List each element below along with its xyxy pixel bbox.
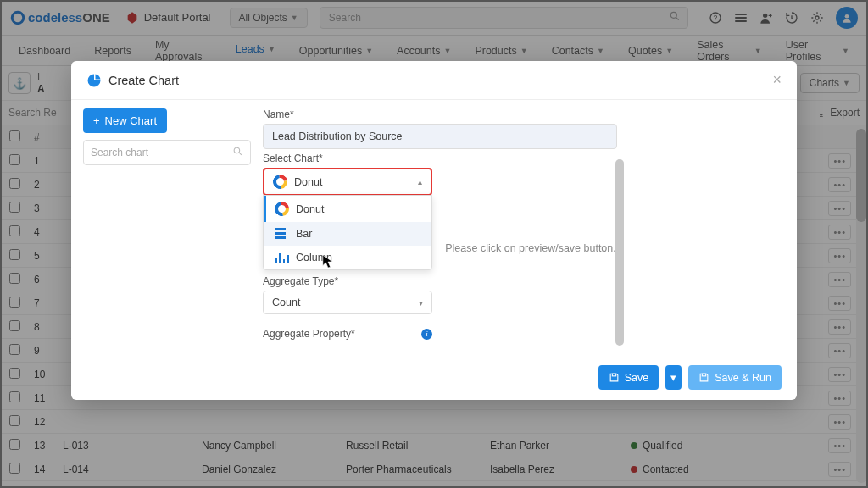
chart-preview-area: Please click on preview/save button. [444, 152, 617, 343]
save-dropdown[interactable]: ▾ [665, 365, 682, 390]
bar-icon [275, 228, 289, 240]
modal-title: Create Chart [86, 73, 179, 88]
chart-type-select[interactable]: Donut ▴ [263, 168, 432, 196]
svg-rect-8 [612, 374, 615, 376]
chart-option-column[interactable]: Column [264, 246, 431, 269]
aggregate-type-label: Aggregate Type* [263, 275, 432, 287]
create-chart-modal: Create Chart × + New Chart Search chart … [71, 61, 797, 400]
chart-type-dropdown: Donut Bar Column [263, 195, 432, 270]
save-button[interactable]: Save [598, 365, 659, 390]
save-icon [609, 372, 620, 383]
chart-option-donut[interactable]: Donut [264, 196, 431, 222]
column-icon [275, 252, 289, 263]
search-icon [232, 146, 243, 159]
chart-option-bar[interactable]: Bar [264, 222, 431, 246]
aggregate-property-label: Aggregate Property* i [263, 328, 432, 340]
svg-rect-9 [703, 374, 706, 376]
donut-icon [272, 199, 292, 219]
info-icon[interactable]: i [421, 329, 432, 340]
donut-icon [270, 172, 291, 192]
chevron-down-icon: ▾ [419, 298, 423, 308]
close-button[interactable]: × [772, 71, 782, 89]
name-label: Name* [263, 108, 617, 120]
name-input[interactable]: Lead Distribution by Source [263, 124, 617, 149]
save-icon [698, 372, 709, 383]
pie-chart-icon [86, 73, 102, 88]
modal-overlay: Create Chart × + New Chart Search chart … [0, 0, 868, 488]
aggregate-type-select[interactable]: Count ▾ [263, 291, 432, 314]
preview-scrollbar[interactable] [615, 159, 624, 336]
chart-search-input[interactable]: Search chart [83, 140, 251, 165]
save-and-run-button[interactable]: Save & Run [688, 365, 782, 390]
new-chart-button[interactable]: + New Chart [83, 108, 167, 133]
select-chart-label: Select Chart* [263, 152, 432, 164]
svg-point-7 [234, 147, 240, 153]
chevron-up-icon: ▴ [418, 177, 422, 186]
